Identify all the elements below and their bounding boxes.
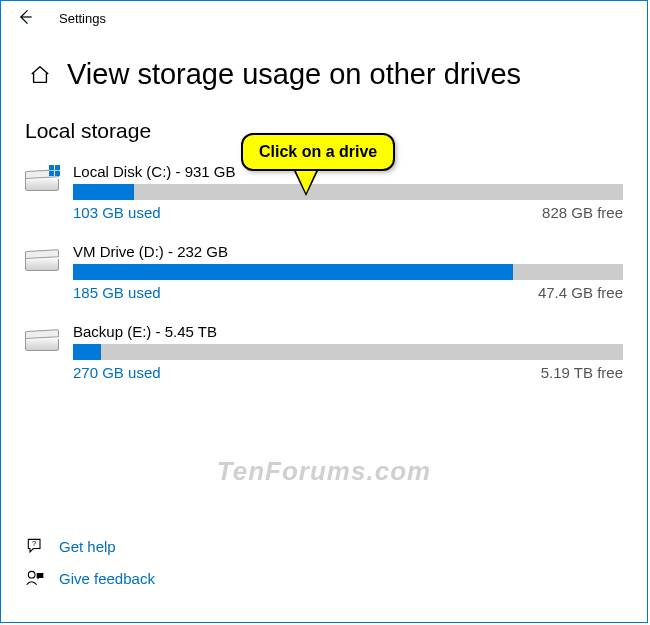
help-icon: ? [25, 536, 45, 556]
give-feedback-label: Give feedback [59, 570, 155, 587]
give-feedback-link[interactable]: Give feedback [25, 568, 155, 588]
drive-icon [25, 323, 73, 381]
page-header: View storage usage on other drives [1, 36, 647, 101]
app-name: Settings [59, 11, 106, 26]
free-label: 5.19 TB free [541, 364, 623, 381]
drive-label: Backup (E:) - 5.45 TB [73, 323, 623, 344]
feedback-icon [25, 568, 45, 588]
drive-body: Backup (E:) - 5.45 TB270 GB used5.19 TB … [73, 323, 623, 381]
back-button[interactable] [15, 7, 35, 30]
get-help-link[interactable]: ? Get help [25, 536, 155, 556]
storage-bar [73, 184, 623, 200]
drive-item[interactable]: VM Drive (D:) - 232 GB185 GB used47.4 GB… [25, 235, 623, 315]
drive-label: VM Drive (D:) - 232 GB [73, 243, 623, 264]
footer-links: ? Get help Give feedback [25, 536, 155, 600]
drive-icon [25, 243, 73, 301]
home-button[interactable] [29, 64, 51, 90]
drive-meta: 103 GB used828 GB free [73, 204, 623, 221]
home-icon [29, 64, 51, 86]
arrow-left-icon [15, 7, 35, 27]
settings-window: Settings View storage usage on other dri… [0, 0, 648, 623]
svg-text:?: ? [32, 539, 36, 548]
storage-bar [73, 264, 623, 280]
titlebar: Settings [1, 1, 647, 36]
used-label: 185 GB used [73, 284, 161, 301]
drive-meta: 185 GB used47.4 GB free [73, 284, 623, 301]
get-help-label: Get help [59, 538, 116, 555]
storage-bar [73, 344, 623, 360]
used-label: 103 GB used [73, 204, 161, 221]
callout-tail [296, 171, 316, 193]
watermark: TenForums.com [217, 456, 431, 487]
page-title: View storage usage on other drives [67, 58, 521, 91]
instruction-callout: Click on a drive [241, 133, 395, 171]
free-label: 828 GB free [542, 204, 623, 221]
drive-body: VM Drive (D:) - 232 GB185 GB used47.4 GB… [73, 243, 623, 301]
drive-item[interactable]: Backup (E:) - 5.45 TB270 GB used5.19 TB … [25, 315, 623, 395]
drive-meta: 270 GB used5.19 TB free [73, 364, 623, 381]
drive-list: Local Disk (C:) - 931 GB103 GB used828 G… [1, 155, 647, 395]
drive-icon [25, 163, 73, 221]
used-label: 270 GB used [73, 364, 161, 381]
svg-point-2 [28, 571, 35, 578]
drive-body: Local Disk (C:) - 931 GB103 GB used828 G… [73, 163, 623, 221]
free-label: 47.4 GB free [538, 284, 623, 301]
